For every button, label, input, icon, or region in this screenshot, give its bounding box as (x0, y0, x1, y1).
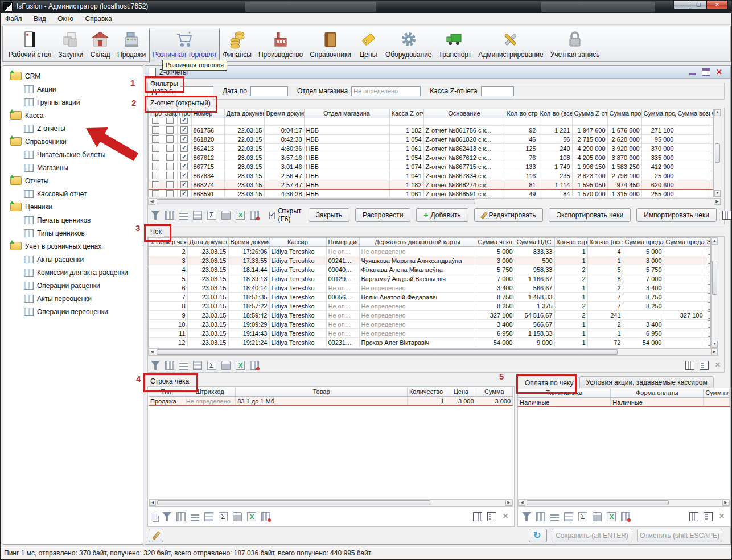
sidebar-item[interactable]: Операции переоценки (3, 305, 143, 318)
checkbox[interactable] (152, 181, 159, 188)
cards-icon[interactable] (700, 361, 709, 370)
checkbox[interactable] (152, 126, 159, 134)
checkbox[interactable] (180, 172, 188, 179)
column-header[interactable]: Сумма Z-отчета (572, 109, 607, 118)
edit-button[interactable]: Редактировать (474, 208, 544, 222)
table-row[interactable]: 86241322.03.154:30:36НББ1 061Z-отчет №86… (149, 144, 714, 153)
checkbox[interactable] (152, 118, 159, 124)
column-header[interactable]: Сумма возврат (710, 109, 714, 118)
column-header[interactable]: Дата документа (187, 238, 228, 247)
cancel-button[interactable]: Отменить (shift ESCAPE) (637, 529, 722, 542)
filter-icon[interactable] (151, 211, 160, 220)
unpost-button[interactable]: Распровести (355, 208, 410, 222)
sidebar-group[interactable]: Учет в розничных ценах (3, 240, 143, 253)
sidebar-item[interactable]: Z-отчеты (3, 122, 143, 135)
checkbox[interactable] (166, 126, 174, 134)
sidebar-item[interactable]: Акты расценки (3, 253, 143, 266)
column-header[interactable]: Сумма (476, 388, 512, 397)
toolbar-item-finance[interactable]: Финансы (220, 28, 255, 63)
checkbox[interactable] (166, 172, 174, 179)
table-row[interactable] (149, 118, 714, 126)
column-header[interactable]: Кол-во строк (554, 238, 587, 247)
grid-icon[interactable] (473, 512, 482, 521)
grid-icon[interactable] (689, 512, 698, 521)
checkbox[interactable] (166, 145, 174, 152)
excel-icon[interactable] (236, 361, 245, 370)
calc-icon[interactable] (193, 211, 202, 220)
sidebar-group[interactable]: Отчеты (3, 174, 143, 187)
column-header[interactable]: Отдел магазина (304, 109, 389, 118)
filter-zreport-cash-input[interactable] (481, 86, 514, 96)
column-header[interactable]: Сумма НДС (515, 238, 554, 247)
column-header[interactable]: Дата документа (224, 109, 264, 118)
table-row[interactable]: 86859123.03.154:36:28НББ1 061Z-отчет №86… (149, 190, 714, 198)
export-checks-button[interactable]: Экспортировать чеки (549, 208, 631, 222)
close-zreport-button[interactable]: Закрыть (309, 208, 349, 222)
checkbox[interactable] (180, 190, 188, 197)
folder-icon[interactable] (10, 242, 22, 250)
close-icon[interactable] (501, 512, 511, 521)
minimize-button[interactable]: – (673, 1, 690, 10)
checkbox[interactable] (152, 135, 159, 143)
sidebar-group[interactable]: Справочники (3, 135, 143, 148)
column-header[interactable]: Время документа (264, 109, 304, 118)
cards-icon[interactable] (487, 512, 496, 521)
add-button[interactable]: +Добавить (416, 208, 468, 222)
calc-icon[interactable] (564, 512, 573, 521)
save-button[interactable]: Сохранить (alt ENTER) (552, 529, 632, 542)
sidebar-item[interactable]: Кассовый отчет (3, 187, 143, 200)
checkbox[interactable] (152, 163, 159, 170)
calc-icon[interactable] (193, 361, 202, 370)
checkbox[interactable] (166, 181, 174, 188)
toolbar-item-account[interactable]: Учётная запись (547, 28, 603, 63)
column-header[interactable]: Форма оплаты (611, 389, 704, 398)
toolbar-item-transport[interactable]: Транспорт (435, 28, 475, 63)
table-row[interactable]: 223.03.1517:26:06Lidiya TereshkoНе оп…Не… (149, 247, 711, 256)
table-row[interactable]: 86175622.03.150:04:17НББ1 182Z-отчет №86… (149, 126, 714, 135)
print-icon[interactable] (593, 512, 602, 521)
checkbox[interactable] (166, 190, 174, 197)
column-header[interactable]: Сумма чека (476, 238, 515, 247)
folder-icon[interactable] (10, 176, 22, 185)
toolbar-item-retail[interactable]: Розничная торговля (149, 28, 219, 63)
numbering-icon[interactable] (191, 513, 199, 521)
sum-icon[interactable] (219, 512, 228, 521)
payment-h-scrollbar[interactable]: ◀ ▶ (518, 499, 730, 507)
column-header[interactable]: Сумма продажа (623, 238, 664, 247)
excel-icon[interactable] (607, 512, 616, 521)
open-f6-checkbox[interactable] (269, 212, 275, 219)
table-row[interactable]: 323.03.1517:33:55Lidiya Tereshko00241…Чу… (149, 256, 711, 265)
columns-icon[interactable] (165, 211, 174, 220)
toolbar-item-warehouse[interactable]: Склад (87, 28, 114, 63)
folder-icon[interactable] (10, 72, 22, 80)
sidebar-item[interactable]: Акции (3, 83, 143, 96)
column-header[interactable]: Экс (705, 238, 711, 247)
sum-icon[interactable] (207, 211, 216, 220)
column-header[interactable]: Количество (407, 388, 446, 397)
import-checks-button[interactable]: Импортировать чеки (636, 208, 717, 222)
checkbox[interactable] (180, 126, 188, 134)
toolbar-item-desktop[interactable]: Рабочий стол (5, 28, 55, 63)
checkbox[interactable] (166, 118, 174, 124)
table-row[interactable]: 1223.03.1519:21:24Lidiya Tereshko00231…П… (149, 338, 711, 347)
close-icon[interactable] (714, 361, 723, 370)
numbering-icon[interactable] (179, 212, 188, 220)
sidebar-item[interactable]: Акты переоценки (3, 292, 143, 305)
excel-icon[interactable] (236, 211, 245, 220)
checkbox[interactable] (152, 190, 159, 197)
column-header[interactable]: Сумма возврата (676, 109, 710, 118)
delcol-icon[interactable] (621, 512, 630, 521)
column-header[interactable]: Касса Z-отчета (389, 109, 423, 118)
sum-icon[interactable] (578, 512, 587, 521)
table-row[interactable]: 723.03.1518:51:35Lidiya Tereshko00056…Вя… (149, 293, 711, 302)
table-row[interactable]: ПродажаНе определено83.1 до 1 Мб13 0003 … (149, 397, 513, 406)
table-row[interactable]: 86761223.03.153:57:16НББ1 054Z-отчет №86… (149, 153, 714, 162)
checkbox[interactable] (152, 145, 159, 152)
grid-icon[interactable] (685, 361, 694, 370)
checkbox[interactable] (166, 135, 174, 143)
checkbox[interactable] (152, 172, 159, 179)
delcol-icon[interactable] (250, 361, 259, 370)
toolbar-item-sales[interactable]: Продажи (114, 28, 149, 63)
filter-store-dept-input[interactable] (351, 86, 421, 96)
menu-window[interactable]: Окно (53, 13, 78, 23)
